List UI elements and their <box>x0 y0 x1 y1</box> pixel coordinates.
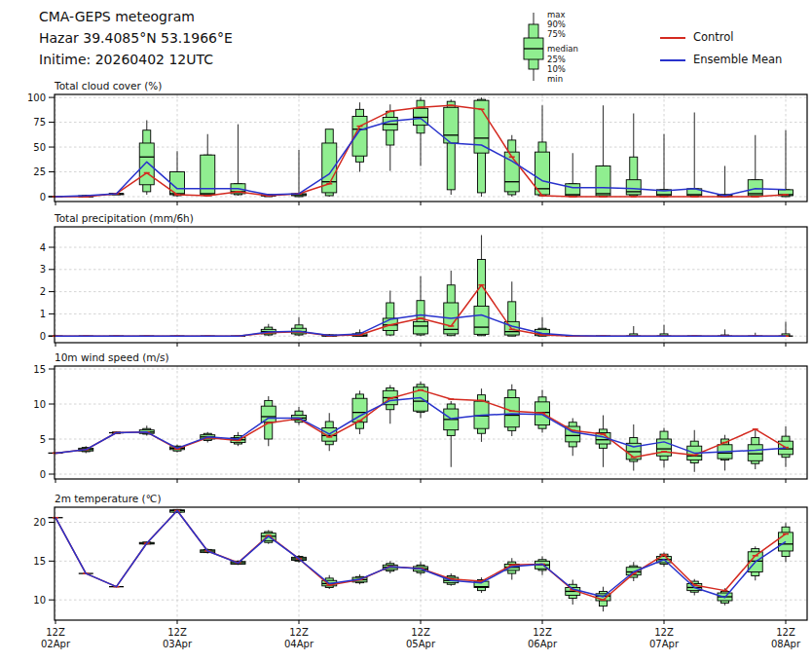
box-25-75 <box>139 143 154 185</box>
panel-frame <box>55 227 807 343</box>
box-25-75 <box>444 107 459 143</box>
x-tick-date-label: 04Apr <box>284 639 314 649</box>
x-tick-date-label: 05Apr <box>406 639 436 649</box>
x-tick-time-label: 12Z <box>411 627 430 638</box>
y-tick-label: 10 <box>33 399 46 410</box>
meteogram-chart: 0255075100Total cloud cover (%)01234Tota… <box>0 0 812 662</box>
box-25-75 <box>748 445 762 461</box>
x-tick-time-label: 12Z <box>167 627 187 638</box>
x-tick-time-label: 12Z <box>289 627 309 638</box>
y-tick-label: 0 <box>40 331 46 342</box>
panel-frame <box>55 507 807 620</box>
x-tick-time-label: 12Z <box>654 627 674 638</box>
panel-2: 05101510m wind speed (m/s) <box>33 351 807 483</box>
box-25-75 <box>414 321 428 334</box>
y-tick-label: 25 <box>33 166 46 177</box>
y-tick-label: 20 <box>33 517 46 528</box>
box-25-75 <box>261 406 276 423</box>
box-25-75 <box>474 306 489 334</box>
y-tick-label: 50 <box>33 142 46 153</box>
box-25-75 <box>596 166 610 196</box>
panel-1: 01234Total precipitation (mm/6h) <box>40 212 807 347</box>
y-tick-label: 15 <box>33 556 46 567</box>
x-tick-time-label: 12Z <box>533 627 552 638</box>
x-tick-date-label: 07Apr <box>649 639 680 649</box>
y-tick-label: 100 <box>27 92 46 103</box>
y-tick-label: 3 <box>40 264 46 275</box>
panel-title: 10m wind speed (m/s) <box>55 351 169 363</box>
panel-3: 1015202m temperature (℃) <box>33 493 807 624</box>
y-tick-label: 0 <box>40 469 46 480</box>
box-25-75 <box>504 398 519 427</box>
x-tick-date-label: 03Apr <box>163 639 193 649</box>
meteogram-page: { "header": { "title": "CMA-GEPS meteogr… <box>0 0 812 662</box>
x-tick-time-label: 12Z <box>46 627 65 638</box>
y-tick-label: 4 <box>40 242 46 253</box>
box-25-75 <box>566 184 580 196</box>
x-tick-date-label: 02Apr <box>41 639 71 649</box>
y-tick-label: 10 <box>33 595 46 606</box>
x-tick-time-label: 12Z <box>776 627 795 638</box>
y-tick-label: 2 <box>40 286 46 297</box>
y-tick-label: 1 <box>40 309 46 319</box>
y-tick-label: 75 <box>33 117 46 128</box>
panel-title: 2m temperature (℃) <box>55 493 162 504</box>
panel-title: Total precipitation (mm/6h) <box>54 212 194 224</box>
x-tick-date-label: 06Apr <box>528 639 558 649</box>
x-tick-date-label: 08Apr <box>771 639 801 649</box>
box-25-75 <box>626 180 641 195</box>
y-tick-label: 0 <box>40 192 46 202</box>
panel-title: Total cloud cover (%) <box>54 80 162 92</box>
y-tick-label: 5 <box>40 434 46 445</box>
panel-0: 0255075100Total cloud cover (%) <box>27 80 807 205</box>
y-tick-label: 15 <box>33 364 46 375</box>
